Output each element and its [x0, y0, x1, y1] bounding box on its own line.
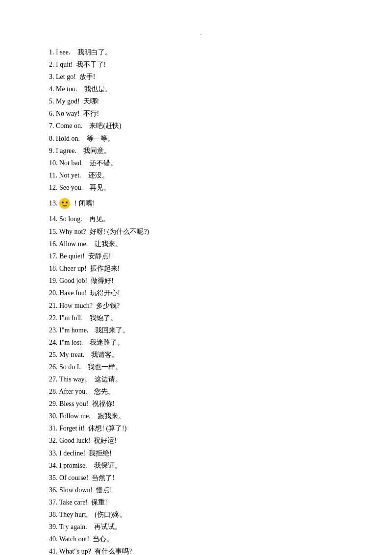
list-item: 6. No way! 不行!	[49, 108, 353, 120]
list-item: 33. I decline! 我拒绝!	[49, 448, 353, 459]
list-item: 5. My god! 天哪!	[49, 96, 353, 107]
item-number: 13.	[49, 198, 59, 209]
list-item: 10. Not bad. 还不错。	[49, 157, 353, 169]
list-item: 7. Come on. 来吧(赶快)	[49, 120, 353, 132]
list-item-emoji: 13. ！闭嘴!	[49, 198, 353, 209]
list-item: 11. Not yet. 还没。	[49, 170, 353, 181]
list-item: 19. Good job! 做得好!	[49, 275, 353, 287]
list-item: 26. So do I. 我也一样。	[49, 361, 353, 373]
list-item: 1. I see. 我明白了。	[49, 47, 353, 58]
list-item: 22. I"m full. 我饱了。	[49, 312, 353, 324]
page-container: . 1. I see. 我明白了。 2. I quit! 我不干了! 3. Le…	[0, 0, 392, 555]
dot-marker: .	[49, 29, 353, 37]
list-item: 39. Try again. 再试试。	[49, 521, 353, 533]
list-item: 3. Let go! 放手!	[49, 71, 353, 83]
list-item: 12. See you. 再见。	[49, 182, 353, 194]
list-item: 37. Take care! 保重!	[49, 497, 353, 508]
list-item: 30. Follow me. 跟我来。	[49, 410, 353, 422]
list-item: 20. Have fun! 玩得开心!	[49, 287, 353, 299]
list-item: 34. I promise. 我保证。	[49, 460, 353, 472]
list-item: 14. So long. 再见。	[49, 213, 353, 225]
list-item: 24. I"m lost. 我迷路了。	[49, 337, 353, 349]
list-item: 38. They hurt. (伤口)疼。	[49, 509, 353, 521]
content-list: 1. I see. 我明白了。 2. I quit! 我不干了! 3. Let …	[49, 47, 353, 555]
list-item: 2. I quit! 我不干了!	[49, 59, 353, 71]
list-item: 25. My treat. 我请客。	[49, 349, 353, 361]
list-item: 31. Forget it! 休想! (算了!)	[49, 423, 353, 434]
list-item: 17. Be quiet! 安静点!	[49, 251, 353, 262]
emoji-icon	[59, 198, 70, 209]
list-item: 27. This way。 这边请。	[49, 374, 353, 385]
list-item: 29. Bless you! 祝福你!	[49, 398, 353, 410]
list-item: 36. Slow down! 慢点!	[49, 484, 353, 496]
list-item: 15. Why not? 好呀! (为什么不呢?)	[49, 226, 353, 238]
list-item: 40. Watch out! 当心。	[49, 533, 353, 545]
list-item: 23. I"m home. 我回来了。	[49, 325, 353, 336]
list-item: 18. Cheer up! 振作起来!	[49, 263, 353, 275]
list-item: 32. Good luck! 祝好运!	[49, 435, 353, 447]
list-item: 8. Hold on. 等一等。	[49, 133, 353, 145]
list-item: 28. After you. 您先。	[49, 386, 353, 398]
list-item: 21. How much? 多少钱?	[49, 300, 353, 312]
list-item: 16. Allow me. 让我来。	[49, 238, 353, 250]
list-item: 41. What"s up? 有什么事吗?	[49, 546, 353, 555]
item-text: ！闭嘴!	[72, 198, 95, 209]
list-item: 4. Me too. 我也是。	[49, 83, 353, 95]
list-item: 9. I agree. 我同意。	[49, 145, 353, 157]
list-item: 35. Of course! 当然了!	[49, 472, 353, 484]
